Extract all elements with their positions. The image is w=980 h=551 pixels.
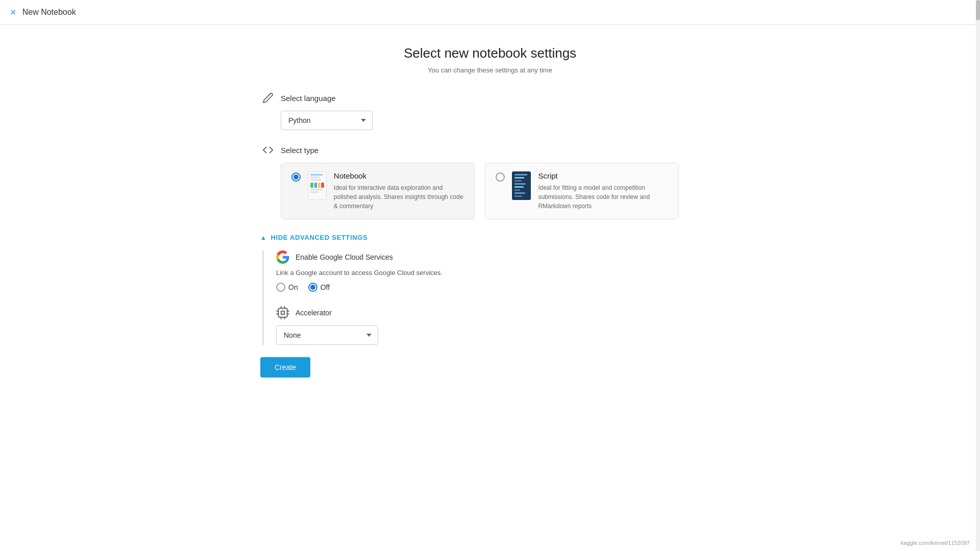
notebook-visual <box>308 171 327 200</box>
cpu-icon <box>276 306 289 319</box>
type-section-header: Select type <box>260 144 720 156</box>
page-subtitle: You can change these settings at any tim… <box>260 66 720 74</box>
gcs-description: Link a Google account to access Google C… <box>276 269 720 277</box>
accelerator-title: Accelerator <box>296 309 332 317</box>
type-label: Select type <box>281 146 318 155</box>
footer-text: kaggle.com/kernel/1152097 <box>901 540 970 546</box>
script-info: Script Ideal for fitting a model and com… <box>538 171 668 211</box>
notebook-info: Notebook Ideal for interactive data expl… <box>334 171 464 211</box>
gcs-on-label: On <box>288 283 298 291</box>
svg-rect-1 <box>281 311 285 315</box>
gcs-radio-group: On Off <box>276 283 720 292</box>
accelerator-header: Accelerator <box>276 306 720 319</box>
close-button[interactable]: × <box>10 7 16 17</box>
main-content: Select new notebook settings You can cha… <box>260 25 720 398</box>
chevron-up-icon: ▲ <box>260 234 267 241</box>
type-section: Select type <box>260 144 720 219</box>
dialog-header: × New Notebook <box>0 0 980 25</box>
language-label: Select language <box>281 94 336 103</box>
script-name: Script <box>538 171 668 180</box>
dialog-title: New Notebook <box>22 8 76 17</box>
notebook-radio[interactable] <box>291 172 301 182</box>
type-options: Notebook Ideal for interactive data expl… <box>281 163 720 219</box>
gcs-on-option[interactable]: On <box>276 283 298 292</box>
script-visual <box>512 171 531 200</box>
script-radio[interactable] <box>496 172 505 182</box>
pencil-icon <box>260 92 276 104</box>
gcs-off-option[interactable]: Off <box>308 283 330 292</box>
google-cloud-section: Enable Google Cloud Services Link a Goog… <box>276 251 720 292</box>
accelerator-select-wrapper: None GPU TPU <box>276 325 720 345</box>
scrollbar-thumb[interactable] <box>976 0 980 20</box>
script-desc: Ideal for fitting a model and competitio… <box>538 183 668 211</box>
accelerator-select[interactable]: None GPU TPU <box>276 325 378 345</box>
language-select-wrapper: Python R Julia <box>281 111 720 130</box>
gcs-header: Enable Google Cloud Services <box>276 251 720 264</box>
type-card-notebook[interactable]: Notebook Ideal for interactive data expl… <box>281 163 475 219</box>
gcs-off-label: Off <box>321 283 330 291</box>
google-icon <box>276 251 289 264</box>
create-button[interactable]: Create <box>260 357 310 378</box>
advanced-toggle-label: HIDE ADVANCED SETTINGS <box>271 234 368 241</box>
advanced-panel: Enable Google Cloud Services Link a Goog… <box>262 251 720 345</box>
language-select[interactable]: Python R Julia <box>281 111 373 130</box>
language-section: Select language Python R Julia <box>260 92 720 130</box>
page-title: Select new notebook settings <box>260 45 720 61</box>
language-section-header: Select language <box>260 92 720 104</box>
gcs-title: Enable Google Cloud Services <box>296 253 393 261</box>
accelerator-section: Accelerator None GPU TPU <box>276 306 720 345</box>
gcs-off-radio[interactable] <box>308 283 317 292</box>
gcs-on-radio[interactable] <box>276 283 285 292</box>
notebook-desc: Ideal for interactive data exploration a… <box>334 183 464 211</box>
svg-rect-0 <box>278 308 287 317</box>
scrollbar[interactable] <box>976 0 980 551</box>
type-card-script[interactable]: Script Ideal for fitting a model and com… <box>485 163 679 219</box>
notebook-name: Notebook <box>334 171 464 180</box>
code-icon <box>260 144 276 156</box>
advanced-toggle[interactable]: ▲ HIDE ADVANCED SETTINGS <box>260 234 720 241</box>
